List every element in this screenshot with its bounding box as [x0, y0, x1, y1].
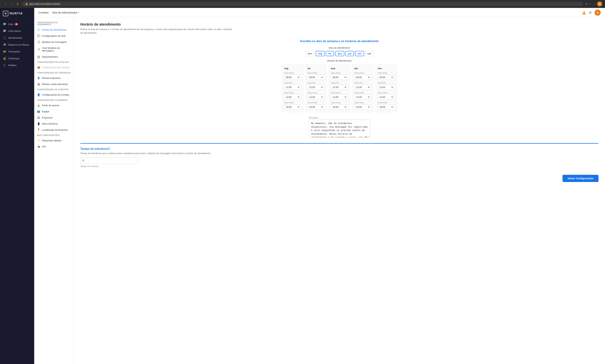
settings-icon[interactable]: ⚙ — [589, 11, 592, 14]
day-btn-qui[interactable]: qui — [345, 51, 354, 56]
select-qua-end2[interactable]: 18:00 — [331, 104, 348, 110]
label-ter-h2: Hora Início — [308, 92, 325, 94]
select-ter-end2[interactable]: 18:00 — [308, 104, 325, 110]
select-ter-start1[interactable]: 08:00 — [308, 75, 325, 80]
numeros-icon: 📱 — [37, 122, 40, 125]
logo-icon: N — [3, 11, 8, 16]
sub-item-label-catalogo: Configurações de catálogo — [42, 66, 70, 69]
sub-item-label-departamentos: Departamentos — [42, 55, 58, 58]
label-qua-h1: Hora Início — [331, 72, 348, 74]
sub-item-numeros[interactable]: 📱 Meus Números — [34, 121, 74, 127]
day-btn-seg[interactable]: seg — [316, 51, 325, 56]
sub-item-horario[interactable]: 🕐 Horário de atendimento Passo 1 — [34, 27, 74, 33]
sidebar-item-disparos[interactable]: 📢 Disparos em Massa — [0, 41, 34, 48]
select-qui-end2[interactable]: 18:00 — [354, 104, 371, 110]
cobrancas-icon: 💰 — [3, 57, 6, 60]
sub-item-respostas[interactable]: ⚡ Respostas rápidas — [34, 137, 74, 143]
refresh-button[interactable]: ↻ — [15, 1, 20, 6]
sub-item-empresas[interactable]: 🏦 Minhas empresas — [34, 75, 74, 81]
cast-icon[interactable]: ⎘ — [586, 2, 587, 6]
day-btn-qua[interactable]: qua — [335, 51, 344, 56]
menu-icon[interactable]: ⋮ — [593, 2, 596, 6]
select-seg-start2[interactable]: 14:00 — [284, 94, 301, 100]
label-sex-h2: Hora Início — [378, 92, 395, 94]
user-avatar[interactable]: N — [594, 10, 601, 16]
sub-item-empresas2[interactable]: 🏢 Empresas — [34, 115, 74, 121]
select-sex-start1[interactable]: 08:00 — [378, 75, 395, 80]
select-sex-end1[interactable]: 12:00 — [378, 85, 395, 90]
day-btn-ter[interactable]: ter — [326, 51, 334, 56]
browser-actions: ⎘ ☆ ⋮ N — [586, 1, 602, 6]
select-sex-start2[interactable]: 14:00 — [378, 94, 395, 100]
sub-item-criar-modelos[interactable]: 📝 Criar Modelos de Mensagens — [34, 45, 74, 54]
day-col-title-sex: sex. — [378, 67, 395, 70]
sidebar-item-chat[interactable]: 💬 Chat 8 — [0, 21, 34, 27]
sub-item-catalogo[interactable]: 📦 Configurações de catálogo — [34, 64, 74, 70]
label-qua-h2: Hora Início — [331, 92, 348, 94]
tolerance-input[interactable] — [80, 157, 138, 164]
chat-config-icon: 💬 — [37, 34, 40, 37]
sub-item-label-config-chat: Configurações de chat — [42, 35, 65, 37]
sub-item-perfis[interactable]: 🔒 Perfis de acesso — [34, 102, 74, 108]
bookmark-icon[interactable]: ☆ — [589, 2, 591, 6]
save-btn-row: Salvar Configurações — [80, 172, 599, 182]
select-qua-start2[interactable]: 14:00 — [331, 94, 348, 100]
label-ter-h3: Hora Início — [308, 102, 325, 104]
select-sex-end2[interactable]: 18:00 — [378, 104, 395, 110]
section-heading: Escolha os dias da semana e os horários … — [80, 39, 599, 43]
select-seg-end2[interactable]: 18:00 — [284, 104, 301, 110]
sidebar-nav: 💬 Chat 8 💬 Chat interno 🎧 Atendimentos 📢… — [0, 19, 34, 364]
header-actions: 🔔 ⚙ N — [582, 10, 601, 16]
notification-icon[interactable]: 🔔 — [582, 11, 586, 14]
forward-button[interactable]: › — [9, 1, 14, 6]
day-col-seg: seg. Hora Início 08:00 Hora Fim 12:00 Ho… — [282, 64, 303, 112]
select-ter-start2[interactable]: 14:00 — [308, 94, 325, 100]
sidebar-label-disparos: Disparos em Massa — [8, 43, 29, 46]
address-bar[interactable]: 🔒 app.nuntia.com.br/geral-settings — [22, 2, 583, 6]
header-nav-admin[interactable]: Área do Administrador ▾ — [52, 11, 79, 15]
sub-item-equipe[interactable]: 👥 Equipe — [34, 108, 74, 115]
header-nav-contatos[interactable]: Contatos — [39, 11, 49, 15]
sub-section-catalogo-title: CONFIGURAÇÕES DE CATÁLOGO — [34, 60, 74, 64]
label-qui-h3: Hora Início — [354, 102, 371, 104]
transacoes-icon: 💳 — [3, 50, 6, 53]
sub-item-config-contato[interactable]: 👤 Configurações de Contato — [34, 92, 74, 98]
catalogo-icon: 📦 — [37, 66, 40, 69]
select-qua-end1[interactable]: 12:00 — [331, 85, 348, 90]
pedidos-icon: 🛒 — [3, 64, 6, 67]
sidebar-item-atendimentos[interactable]: 🎧 Atendimentos — [0, 34, 34, 41]
label-seg-hf1: Hora Fim — [284, 82, 301, 84]
schedule-label: Horario de Atendimento — [80, 59, 599, 62]
select-qui-start1[interactable]: 08:00 — [354, 75, 371, 80]
select-qua-start1[interactable]: 08:00 — [331, 75, 348, 80]
select-qui-end1[interactable]: 12:00 — [354, 85, 371, 90]
sidebar-item-pedidos[interactable]: 🛒 Pedidos — [0, 62, 34, 69]
disparos-icon: 📢 — [3, 43, 6, 46]
sub-item-config-chat[interactable]: 💬 Configurações de chat — [34, 33, 74, 39]
select-seg-end1[interactable]: 12:00 — [284, 85, 301, 90]
sub-item-modelos[interactable]: 📋 Modelos de mensagens — [34, 39, 74, 45]
save-button[interactable]: Salvar Configurações — [563, 175, 599, 182]
sub-section-atendimento-title: CONFIGURAÇÕES DE ATENDIMENTO — [34, 20, 74, 27]
sub-item-label-respostas: Respostas rápidas — [42, 139, 61, 142]
select-qui-start2[interactable]: 14:00 — [354, 94, 371, 100]
sidebar-item-cobrancas[interactable]: 💰 Cobranças — [0, 55, 34, 62]
sub-item-localizacao[interactable]: 📍 Localização da Empresa — [34, 127, 74, 133]
day-btn-dom[interactable]: dom — [305, 51, 315, 56]
header-nav: Contatos Área do Administrador ▾ — [39, 11, 578, 15]
day-btn-sex[interactable]: sex — [355, 51, 364, 56]
logo-name: NUNTIA — [10, 12, 23, 15]
sidebar-item-transacoes[interactable]: 💳 Transações — [0, 48, 34, 55]
sidebar-item-chat-interno[interactable]: 💬 Chat interno — [0, 27, 34, 34]
sub-item-departamentos[interactable]: 🏢 Departamentos — [34, 54, 74, 60]
select-ter-end1[interactable]: 12:00 — [308, 85, 325, 90]
message-textarea[interactable]: No momento, não há atendentes disponívei… — [309, 119, 370, 138]
sub-item-api[interactable]: 🔌 API — [34, 143, 74, 150]
sub-item-contas[interactable]: 🏛️ Minhas contas bancárias — [34, 81, 74, 87]
day-btn-sab[interactable]: sab — [365, 51, 374, 56]
back-button[interactable]: ‹ — [3, 1, 8, 6]
select-seg-start1[interactable]: 08:00 — [284, 75, 301, 80]
sub-sidebar: CONFIGURAÇÕES DE ATENDIMENTO 🕐 Horário d… — [34, 17, 74, 364]
browser-user-avatar[interactable]: N — [597, 1, 602, 6]
sidebar: N NUNTIA 💬 Chat 8 💬 Chat interno 🎧 Atend… — [0, 8, 34, 364]
